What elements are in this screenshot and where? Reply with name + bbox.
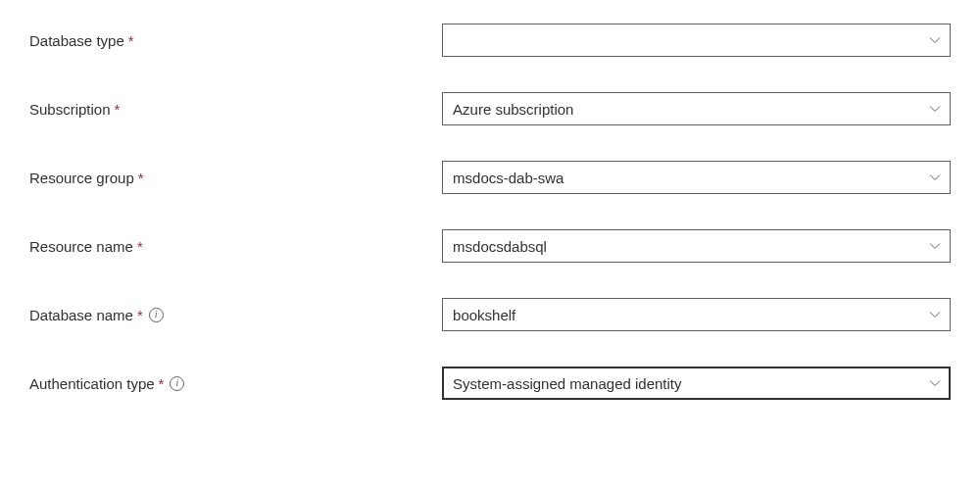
label-text: Resource name: [29, 238, 133, 255]
select-value: bookshelf: [453, 307, 515, 323]
row-subscription: Subscription * Azure subscription: [29, 92, 951, 125]
row-database-name: Database name * i bookshelf: [29, 298, 951, 331]
row-resource-group: Resource group * msdocs-dab-swa: [29, 161, 951, 194]
select-authentication-type[interactable]: System-assigned managed identity: [442, 367, 951, 400]
label-database-type: Database type *: [29, 32, 442, 49]
label-subscription: Subscription *: [29, 101, 442, 118]
required-marker: *: [137, 307, 143, 323]
required-marker: *: [137, 238, 143, 255]
required-marker: *: [138, 170, 144, 186]
row-resource-name: Resource name * msdocsdabsql: [29, 229, 951, 263]
row-authentication-type: Authentication type * i System-assigned …: [29, 367, 951, 400]
label-text: Database type: [29, 32, 124, 49]
row-database-type: Database type *: [29, 24, 951, 57]
required-marker: *: [115, 101, 121, 118]
select-value: msdocs-dab-swa: [453, 170, 564, 186]
select-control: [442, 24, 951, 57]
label-resource-name: Resource name *: [29, 238, 442, 255]
label-authentication-type: Authentication type * i: [29, 375, 442, 392]
label-resource-group: Resource group *: [29, 170, 442, 186]
select-resource-group[interactable]: msdocs-dab-swa: [442, 161, 951, 194]
select-value: Azure subscription: [453, 101, 573, 118]
required-marker: *: [159, 375, 165, 392]
select-control: Azure subscription: [442, 92, 951, 125]
label-text: Resource group: [29, 170, 134, 186]
select-subscription[interactable]: Azure subscription: [442, 92, 951, 125]
label-text: Authentication type: [29, 375, 155, 392]
required-marker: *: [128, 32, 134, 49]
select-database-name[interactable]: bookshelf: [442, 298, 951, 331]
label-text: Subscription: [29, 101, 111, 118]
info-icon[interactable]: i: [149, 308, 164, 322]
select-control: System-assigned managed identity: [442, 367, 951, 400]
database-config-form: Database type * Subscription * Azure sub…: [29, 24, 951, 400]
label-text: Database name: [29, 307, 133, 323]
select-database-type[interactable]: [442, 24, 951, 57]
select-control: msdocsdabsql: [442, 229, 951, 263]
select-value: msdocsdabsql: [453, 238, 547, 255]
select-resource-name[interactable]: msdocsdabsql: [442, 229, 951, 263]
info-icon[interactable]: i: [170, 376, 184, 391]
select-control: bookshelf: [442, 298, 951, 331]
select-control: msdocs-dab-swa: [442, 161, 951, 194]
select-value: System-assigned managed identity: [453, 375, 681, 392]
label-database-name: Database name * i: [29, 307, 442, 323]
